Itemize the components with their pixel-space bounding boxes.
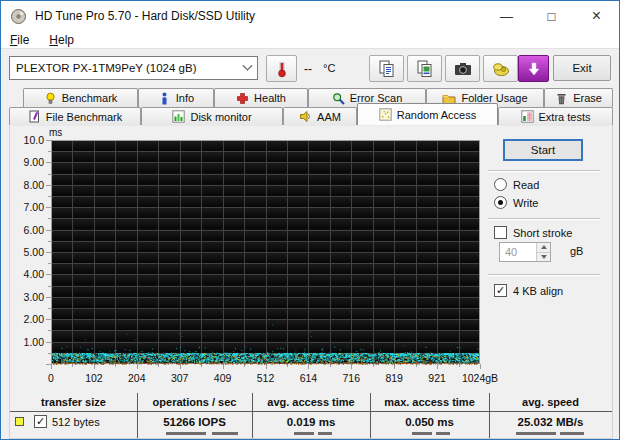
tab-random-access-label: Random Access	[397, 109, 476, 121]
y-tick-label: 8.00	[10, 179, 44, 191]
write-radio[interactable]: Write	[494, 196, 538, 209]
separator	[488, 274, 600, 276]
extra-tests-icon	[521, 110, 534, 123]
disk-monitor-icon	[172, 110, 185, 123]
y-tick-label: 9.00	[10, 156, 44, 168]
temperature-unit: °C	[323, 62, 335, 74]
header-max-access: max. access time	[370, 393, 489, 411]
menu-bar: File Help	[1, 31, 619, 48]
x-tick-label: 409	[200, 372, 246, 384]
save-button[interactable]	[483, 55, 518, 82]
tab-benchmark-label: Benchmark	[62, 92, 118, 104]
spin-up-button[interactable]	[537, 243, 550, 252]
title-bar[interactable]: HD Tune Pro 5.70 - Hard Disk/SSD Utility…	[1, 1, 619, 31]
cutoff-row-fragment	[318, 432, 332, 435]
checkbox-icon	[494, 226, 507, 239]
cutoff-row-fragment	[212, 432, 238, 435]
row-avg-speed: 25.032 MB/s	[489, 413, 612, 431]
tab-disk-monitor[interactable]: Disk monitor	[141, 107, 283, 125]
tab-health-label: Health	[254, 92, 286, 104]
row-avg-access: 0.019 ms	[252, 413, 370, 431]
close-icon: ×	[592, 7, 601, 25]
health-cross-icon	[236, 92, 249, 105]
tab-file-benchmark[interactable]: File Benchmark	[9, 107, 141, 125]
copy-image-button[interactable]	[407, 55, 442, 82]
exit-button[interactable]: Exit	[553, 55, 611, 81]
short-stroke-checkbox[interactable]: Short stroke	[494, 226, 572, 239]
minimize-button[interactable]: —	[484, 1, 529, 31]
chevron-down-icon	[243, 60, 253, 70]
radio-icon	[494, 178, 507, 191]
cutoff-row-fragment	[294, 432, 314, 435]
tab-info[interactable]: Info	[138, 88, 214, 107]
x-tick-label: 512	[243, 372, 289, 384]
tab-aam[interactable]: AAM	[283, 107, 357, 125]
start-label: Start	[531, 144, 555, 156]
write-label: Write	[513, 197, 538, 209]
random-access-icon	[379, 108, 392, 121]
y-tick-label: 2.00	[10, 313, 44, 325]
tab-extra-tests[interactable]: Extra tests	[498, 107, 613, 125]
short-stroke-size-input[interactable]: 40	[499, 242, 551, 262]
download-arrow-icon	[526, 61, 542, 77]
thermometer-icon	[273, 59, 291, 79]
y-tick-label: 4.00	[10, 268, 44, 280]
checkbox-checked-icon: ✓	[494, 284, 507, 297]
tab-random-access[interactable]: Random Access	[357, 103, 498, 125]
row-max-access: 0.050 ms	[370, 413, 489, 431]
magnifier-icon	[332, 92, 345, 105]
menu-help[interactable]: Help	[49, 33, 74, 47]
copy-image-icon	[415, 59, 435, 79]
trash-icon	[555, 92, 568, 105]
window-title: HD Tune Pro 5.70 - Hard Disk/SSD Utility	[35, 9, 255, 23]
align-checkbox[interactable]: ✓ 4 KB align	[494, 284, 563, 297]
spin-down-button[interactable]	[537, 252, 550, 262]
drive-selector[interactable]: PLEXTOR PX-1TM9PeY (1024 gB)	[9, 56, 258, 80]
x-tick-label: 204	[114, 372, 160, 384]
x-tick-label: 716	[328, 372, 374, 384]
drive-selector-value: PLEXTOR PX-1TM9PeY (1024 gB)	[16, 62, 196, 74]
cutoff-row-fragment	[166, 432, 206, 435]
row-operations: 51266 IOPS	[137, 413, 252, 431]
short-stroke-unit-label: gB	[570, 245, 583, 257]
y-tick-label: 3.00	[10, 291, 44, 303]
cutoff-row-fragment	[516, 432, 556, 435]
menu-file[interactable]: File	[10, 33, 29, 47]
start-button[interactable]: Start	[503, 139, 583, 161]
read-radio[interactable]: Read	[494, 178, 539, 191]
header-transfer-size: transfer size	[10, 393, 137, 411]
copy-text-icon	[377, 59, 397, 79]
header-avg-access: avg. access time	[252, 393, 370, 411]
tab-extra-tests-label: Extra tests	[539, 111, 591, 123]
temperature-value: --	[304, 62, 312, 76]
tab-disk-monitor-label: Disk monitor	[190, 111, 251, 123]
tab-aam-label: AAM	[317, 111, 341, 123]
header-underline	[10, 411, 612, 412]
row-512-bytes-checkbox[interactable]: ✓	[34, 415, 47, 428]
close-button[interactable]: ×	[574, 1, 619, 31]
tab-erase-label: Erase	[573, 92, 602, 104]
header-operations: operations / sec	[137, 393, 252, 411]
row-transfer-size: 512 bytes	[52, 416, 100, 428]
copy-text-button[interactable]	[369, 55, 404, 82]
speaker-icon	[299, 110, 312, 123]
tab-health[interactable]: Health	[214, 88, 308, 107]
maximize-button[interactable]: □	[529, 1, 574, 31]
y-tick-label: 10.0	[10, 134, 44, 146]
checkbox-checked-icon: ✓	[34, 415, 47, 428]
update-button[interactable]	[518, 55, 549, 82]
tab-benchmark[interactable]: Benchmark	[23, 88, 138, 107]
app-window: HD Tune Pro 5.70 - Hard Disk/SSD Utility…	[0, 0, 620, 440]
radio-selected-icon	[494, 196, 507, 209]
x-tick-label: 614	[285, 372, 331, 384]
tab-erase[interactable]: Erase	[544, 88, 613, 107]
exit-label: Exit	[572, 62, 591, 74]
y-tick-label: 5.00	[10, 246, 44, 258]
align-label: 4 KB align	[513, 285, 563, 297]
tab-info-label: Info	[176, 92, 194, 104]
camera-icon	[453, 59, 473, 79]
temperature-button[interactable]	[266, 55, 297, 82]
y-tick-label: 7.00	[10, 201, 44, 213]
series-color-swatch	[15, 417, 24, 426]
screenshot-button[interactable]	[445, 55, 480, 82]
